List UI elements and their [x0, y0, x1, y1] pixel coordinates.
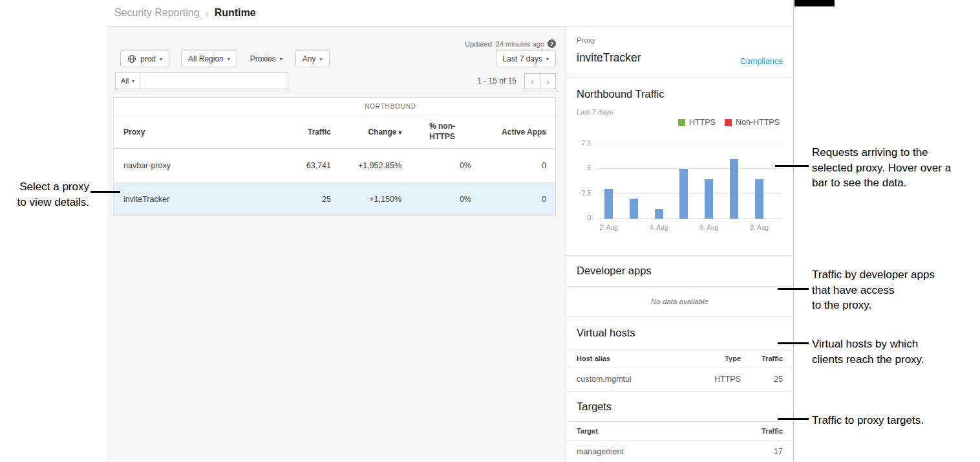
help-icon[interactable]: ? — [548, 39, 556, 48]
search-input[interactable] — [140, 72, 288, 89]
any-value: Any — [303, 54, 316, 63]
column-header-active-apps[interactable]: Active Apps — [480, 127, 555, 137]
panel-right-border — [793, 0, 794, 462]
main-content: Updated: 24 minutes ago ? prod ▾ All Reg… — [107, 27, 566, 462]
x-axis-tick-label — [672, 224, 697, 231]
detail-panel: Proxy inviteTracker Compliance Northboun… — [566, 27, 793, 462]
chart-bar-3[interactable] — [655, 209, 663, 219]
column-header-host-alias: Host alias — [577, 355, 683, 362]
caret-down-icon: ▾ — [319, 56, 322, 62]
legend-label-https: HTTPS — [689, 118, 716, 127]
caret-down-icon: ▾ — [546, 56, 549, 62]
northbound-label: NORTHBOUND — [365, 103, 416, 110]
annotation-targets: Traffic to proxy targets. — [812, 413, 924, 428]
chart-legend: HTTPS Non-HTTPS — [678, 118, 780, 127]
date-range-dropdown[interactable]: Last 7 days ▾ — [496, 50, 556, 67]
x-axis-tick-label: 6. Aug — [696, 224, 721, 231]
northbound-traffic-section: Northbound Traffic Last 7 days HTTPS Non… — [566, 78, 793, 256]
y-axis-tick-label: 5 — [570, 164, 591, 171]
column-header-traffic: Traffic — [741, 427, 783, 435]
non-https-label-line1: % non- — [410, 122, 474, 132]
cell-traffic: 63,741 — [269, 161, 340, 170]
chart-title: Northbound Traffic — [577, 88, 664, 100]
chevron-left-icon: ‹ — [531, 76, 534, 87]
chart-bar-7[interactable] — [755, 179, 763, 219]
non-https-legend-swatch — [725, 119, 732, 126]
pagination-prev-button[interactable]: ‹ — [524, 73, 540, 89]
proxy-name: inviteTracker — [577, 51, 641, 65]
x-axis-tick-label — [621, 224, 646, 231]
chart-bar-2[interactable] — [630, 199, 638, 219]
cell-traffic: 25 — [269, 195, 340, 204]
non-https-label-line2: HTTPS — [410, 132, 474, 142]
environment-value: prod — [140, 54, 156, 63]
caret-down-icon: ▾ — [280, 56, 282, 62]
column-header-traffic: Traffic — [741, 355, 783, 362]
y-axis-tick-label: 0 — [570, 214, 591, 221]
table-header-row: Proxy Traffic Change▾ % non-HTTPS Active… — [114, 115, 555, 149]
virtual-host-row[interactable]: custom,mgmtui HTTPS 25 — [566, 368, 793, 391]
column-header-change[interactable]: Change▾ — [340, 127, 410, 137]
callout-line-chart — [775, 165, 809, 167]
x-axis-tick-label: 4. Aug — [646, 224, 672, 231]
annotation-select-proxy: Select a proxy to view details. — [0, 179, 89, 210]
any-dropdown[interactable]: Any ▾ — [295, 50, 330, 67]
cell-traffic: 17 — [741, 447, 783, 456]
callout-line-targets — [778, 418, 809, 420]
cell-host-alias: custom,mgmtui — [577, 375, 683, 384]
x-axis-tick-label: 2. Aug — [596, 224, 621, 231]
column-header-non-https[interactable]: % non-HTTPS — [410, 122, 480, 142]
chart-bar-4[interactable] — [679, 169, 688, 219]
cell-type: HTTPS — [683, 375, 741, 384]
x-axis-tick-label — [721, 224, 747, 231]
proxy-header-section: Proxy inviteTracker Compliance — [566, 27, 793, 78]
caret-down-icon: ▾ — [160, 56, 162, 62]
traffic-chart-plot: 02.557.5 — [596, 144, 782, 219]
target-row[interactable]: management 17 — [566, 441, 793, 462]
column-header-target: Target — [577, 427, 741, 435]
cell-target: management — [577, 447, 741, 456]
virtual-hosts-header-row: Host alias Type Traffic — [566, 349, 793, 368]
cell-non-https: 0% — [410, 161, 480, 170]
cell-non-https: 0% — [410, 195, 480, 204]
search-scope-dropdown[interactable]: All ▾ — [115, 72, 140, 89]
chart-subtitle: Last 7 days — [577, 108, 613, 116]
chart-bar-1[interactable] — [604, 189, 613, 219]
updated-text: Updated: 24 minutes ago — [465, 40, 544, 48]
pagination-next-button[interactable]: › — [540, 73, 556, 89]
column-header-proxy[interactable]: Proxy — [114, 127, 269, 137]
proxies-value: Proxies — [250, 54, 276, 63]
virtual-hosts-section: Virtual hosts Host alias Type Traffic cu… — [566, 317, 793, 391]
chevron-right-icon: › — [546, 76, 549, 87]
environment-dropdown[interactable]: prod ▾ — [120, 50, 169, 67]
column-header-traffic[interactable]: Traffic — [269, 127, 340, 137]
x-axis-tick-label: 8. Aug — [747, 224, 772, 231]
region-dropdown[interactable]: All Region ▾ — [181, 50, 237, 67]
cell-active-apps: 0 — [480, 195, 555, 204]
column-header-type: Type — [683, 355, 741, 362]
virtual-hosts-title: Virtual hosts — [577, 327, 635, 339]
legend-label-non-https: Non-HTTPS — [736, 118, 780, 127]
callout-line-virtual-hosts — [778, 342, 809, 344]
developer-apps-section: Developer apps No data available — [566, 256, 793, 317]
traffic-chart-xlabels: 2. Aug4. Aug6. Aug8. Aug — [596, 224, 772, 231]
caret-down-icon: ▾ — [228, 56, 230, 62]
page-canvas: Security Reporting › Runtime Updated: 24… — [0, 0, 980, 462]
callout-line-select-proxy — [91, 191, 120, 193]
search-bar: All ▾ 1 - 15 of 15 ‹ › — [115, 72, 556, 89]
proxies-dropdown[interactable]: Proxies ▾ — [249, 50, 284, 67]
globe-icon — [127, 54, 136, 63]
annotation-requests-chart: Requests arriving to the selected proxy.… — [812, 145, 951, 191]
cell-proxy: inviteTracker — [114, 195, 269, 204]
compliance-link[interactable]: Compliance — [740, 57, 783, 66]
chart-bar-6[interactable] — [730, 159, 738, 219]
targets-section: Targets Target Traffic management 17 — [566, 391, 793, 462]
pagination-label: 1 - 15 of 15 — [477, 76, 517, 85]
cell-traffic: 25 — [741, 375, 783, 384]
breadcrumb-parent[interactable]: Security Reporting — [114, 7, 200, 19]
filter-bar: prod ▾ All Region ▾ Proxies ▾ Any ▾ Last… — [120, 50, 556, 67]
table-group-header: NORTHBOUND — [114, 98, 555, 115]
chart-bar-5[interactable] — [705, 179, 713, 219]
table-row-invitetracker[interactable]: inviteTracker 25 +1,150% 0% 0 — [114, 182, 555, 215]
table-row-navbar-proxy[interactable]: navbar-proxy 63,741 +1,952.85% 0% 0 — [114, 149, 555, 182]
